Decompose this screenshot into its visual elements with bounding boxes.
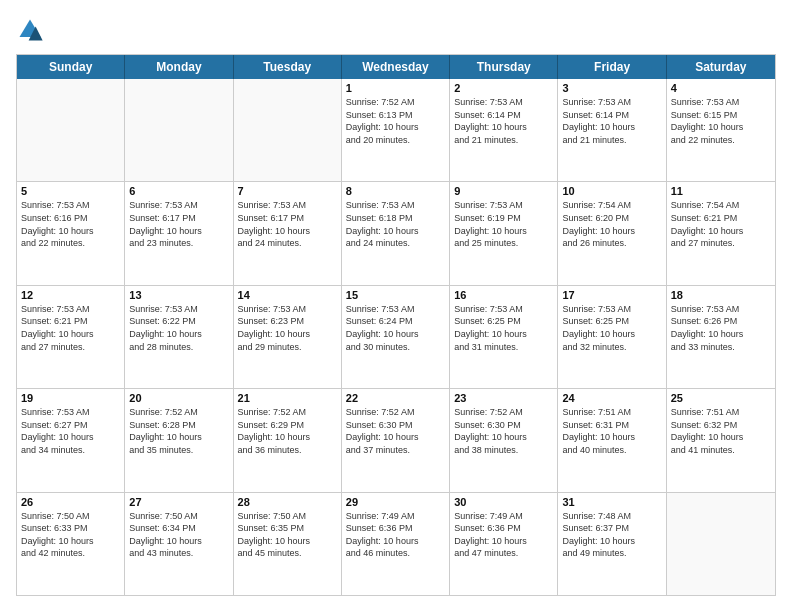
- cell-day-number: 10: [562, 185, 661, 197]
- day-header: Thursday: [450, 55, 558, 79]
- logo-icon: [16, 16, 44, 44]
- cell-day-number: 14: [238, 289, 337, 301]
- cell-info: Sunrise: 7:53 AM Sunset: 6:27 PM Dayligh…: [21, 406, 120, 456]
- cell-day-number: 5: [21, 185, 120, 197]
- day-headers: SundayMondayTuesdayWednesdayThursdayFrid…: [17, 55, 775, 79]
- day-header: Saturday: [667, 55, 775, 79]
- cell-day-number: 27: [129, 496, 228, 508]
- calendar-cell: 7Sunrise: 7:53 AM Sunset: 6:17 PM Daylig…: [234, 182, 342, 284]
- calendar-cell: 27Sunrise: 7:50 AM Sunset: 6:34 PM Dayli…: [125, 493, 233, 595]
- cell-info: Sunrise: 7:53 AM Sunset: 6:16 PM Dayligh…: [21, 199, 120, 249]
- cell-info: Sunrise: 7:53 AM Sunset: 6:24 PM Dayligh…: [346, 303, 445, 353]
- calendar: SundayMondayTuesdayWednesdayThursdayFrid…: [16, 54, 776, 596]
- cell-day-number: 20: [129, 392, 228, 404]
- cell-info: Sunrise: 7:53 AM Sunset: 6:25 PM Dayligh…: [454, 303, 553, 353]
- calendar-cell: 13Sunrise: 7:53 AM Sunset: 6:22 PM Dayli…: [125, 286, 233, 388]
- cell-day-number: 12: [21, 289, 120, 301]
- cell-day-number: 16: [454, 289, 553, 301]
- cell-info: Sunrise: 7:51 AM Sunset: 6:32 PM Dayligh…: [671, 406, 771, 456]
- cell-info: Sunrise: 7:52 AM Sunset: 6:30 PM Dayligh…: [454, 406, 553, 456]
- calendar-cell: 21Sunrise: 7:52 AM Sunset: 6:29 PM Dayli…: [234, 389, 342, 491]
- cell-day-number: 18: [671, 289, 771, 301]
- cell-day-number: 24: [562, 392, 661, 404]
- cell-info: Sunrise: 7:52 AM Sunset: 6:30 PM Dayligh…: [346, 406, 445, 456]
- cell-info: Sunrise: 7:52 AM Sunset: 6:29 PM Dayligh…: [238, 406, 337, 456]
- calendar-cell: 4Sunrise: 7:53 AM Sunset: 6:15 PM Daylig…: [667, 79, 775, 181]
- cell-day-number: 17: [562, 289, 661, 301]
- calendar-cell: 24Sunrise: 7:51 AM Sunset: 6:31 PM Dayli…: [558, 389, 666, 491]
- cell-day-number: 28: [238, 496, 337, 508]
- cell-day-number: 7: [238, 185, 337, 197]
- day-header: Wednesday: [342, 55, 450, 79]
- cell-info: Sunrise: 7:53 AM Sunset: 6:22 PM Dayligh…: [129, 303, 228, 353]
- cell-info: Sunrise: 7:53 AM Sunset: 6:14 PM Dayligh…: [454, 96, 553, 146]
- cell-day-number: 31: [562, 496, 661, 508]
- cell-day-number: 2: [454, 82, 553, 94]
- week-row: 5Sunrise: 7:53 AM Sunset: 6:16 PM Daylig…: [17, 181, 775, 284]
- calendar-cell: 15Sunrise: 7:53 AM Sunset: 6:24 PM Dayli…: [342, 286, 450, 388]
- calendar-cell: 8Sunrise: 7:53 AM Sunset: 6:18 PM Daylig…: [342, 182, 450, 284]
- cell-day-number: 9: [454, 185, 553, 197]
- calendar-cell: 3Sunrise: 7:53 AM Sunset: 6:14 PM Daylig…: [558, 79, 666, 181]
- calendar-cell: 19Sunrise: 7:53 AM Sunset: 6:27 PM Dayli…: [17, 389, 125, 491]
- day-header: Friday: [558, 55, 666, 79]
- cell-day-number: 4: [671, 82, 771, 94]
- cell-day-number: 26: [21, 496, 120, 508]
- calendar-cell: 25Sunrise: 7:51 AM Sunset: 6:32 PM Dayli…: [667, 389, 775, 491]
- cell-day-number: 29: [346, 496, 445, 508]
- cell-info: Sunrise: 7:53 AM Sunset: 6:14 PM Dayligh…: [562, 96, 661, 146]
- calendar-cell: 5Sunrise: 7:53 AM Sunset: 6:16 PM Daylig…: [17, 182, 125, 284]
- calendar-cell: 11Sunrise: 7:54 AM Sunset: 6:21 PM Dayli…: [667, 182, 775, 284]
- calendar-cell: 20Sunrise: 7:52 AM Sunset: 6:28 PM Dayli…: [125, 389, 233, 491]
- week-row: 26Sunrise: 7:50 AM Sunset: 6:33 PM Dayli…: [17, 492, 775, 595]
- week-row: 1Sunrise: 7:52 AM Sunset: 6:13 PM Daylig…: [17, 79, 775, 181]
- cell-day-number: 30: [454, 496, 553, 508]
- week-row: 19Sunrise: 7:53 AM Sunset: 6:27 PM Dayli…: [17, 388, 775, 491]
- cell-info: Sunrise: 7:49 AM Sunset: 6:36 PM Dayligh…: [346, 510, 445, 560]
- cell-info: Sunrise: 7:48 AM Sunset: 6:37 PM Dayligh…: [562, 510, 661, 560]
- calendar-cell: 2Sunrise: 7:53 AM Sunset: 6:14 PM Daylig…: [450, 79, 558, 181]
- cell-day-number: 1: [346, 82, 445, 94]
- calendar-cell: [125, 79, 233, 181]
- calendar-cell: 29Sunrise: 7:49 AM Sunset: 6:36 PM Dayli…: [342, 493, 450, 595]
- calendar-cell: 22Sunrise: 7:52 AM Sunset: 6:30 PM Dayli…: [342, 389, 450, 491]
- cell-day-number: 13: [129, 289, 228, 301]
- cell-info: Sunrise: 7:50 AM Sunset: 6:35 PM Dayligh…: [238, 510, 337, 560]
- cell-info: Sunrise: 7:50 AM Sunset: 6:33 PM Dayligh…: [21, 510, 120, 560]
- cell-day-number: 23: [454, 392, 553, 404]
- cell-info: Sunrise: 7:54 AM Sunset: 6:20 PM Dayligh…: [562, 199, 661, 249]
- page: SundayMondayTuesdayWednesdayThursdayFrid…: [0, 0, 792, 612]
- calendar-cell: 17Sunrise: 7:53 AM Sunset: 6:25 PM Dayli…: [558, 286, 666, 388]
- weeks: 1Sunrise: 7:52 AM Sunset: 6:13 PM Daylig…: [17, 79, 775, 595]
- calendar-cell: 26Sunrise: 7:50 AM Sunset: 6:33 PM Dayli…: [17, 493, 125, 595]
- cell-info: Sunrise: 7:54 AM Sunset: 6:21 PM Dayligh…: [671, 199, 771, 249]
- calendar-cell: 30Sunrise: 7:49 AM Sunset: 6:36 PM Dayli…: [450, 493, 558, 595]
- header: [16, 16, 776, 44]
- cell-day-number: 8: [346, 185, 445, 197]
- week-row: 12Sunrise: 7:53 AM Sunset: 6:21 PM Dayli…: [17, 285, 775, 388]
- cell-day-number: 21: [238, 392, 337, 404]
- cell-day-number: 25: [671, 392, 771, 404]
- logo: [16, 16, 48, 44]
- calendar-cell: 10Sunrise: 7:54 AM Sunset: 6:20 PM Dayli…: [558, 182, 666, 284]
- calendar-cell: [234, 79, 342, 181]
- calendar-cell: 6Sunrise: 7:53 AM Sunset: 6:17 PM Daylig…: [125, 182, 233, 284]
- calendar-cell: 14Sunrise: 7:53 AM Sunset: 6:23 PM Dayli…: [234, 286, 342, 388]
- calendar-cell: 9Sunrise: 7:53 AM Sunset: 6:19 PM Daylig…: [450, 182, 558, 284]
- calendar-cell: [17, 79, 125, 181]
- cell-info: Sunrise: 7:52 AM Sunset: 6:28 PM Dayligh…: [129, 406, 228, 456]
- cell-info: Sunrise: 7:51 AM Sunset: 6:31 PM Dayligh…: [562, 406, 661, 456]
- day-header: Sunday: [17, 55, 125, 79]
- cell-info: Sunrise: 7:53 AM Sunset: 6:23 PM Dayligh…: [238, 303, 337, 353]
- calendar-cell: 1Sunrise: 7:52 AM Sunset: 6:13 PM Daylig…: [342, 79, 450, 181]
- calendar-cell: 16Sunrise: 7:53 AM Sunset: 6:25 PM Dayli…: [450, 286, 558, 388]
- cell-info: Sunrise: 7:53 AM Sunset: 6:21 PM Dayligh…: [21, 303, 120, 353]
- day-header: Tuesday: [234, 55, 342, 79]
- calendar-cell: 31Sunrise: 7:48 AM Sunset: 6:37 PM Dayli…: [558, 493, 666, 595]
- calendar-cell: 12Sunrise: 7:53 AM Sunset: 6:21 PM Dayli…: [17, 286, 125, 388]
- cell-day-number: 19: [21, 392, 120, 404]
- cell-info: Sunrise: 7:52 AM Sunset: 6:13 PM Dayligh…: [346, 96, 445, 146]
- cell-info: Sunrise: 7:53 AM Sunset: 6:18 PM Dayligh…: [346, 199, 445, 249]
- calendar-cell: 28Sunrise: 7:50 AM Sunset: 6:35 PM Dayli…: [234, 493, 342, 595]
- cell-info: Sunrise: 7:50 AM Sunset: 6:34 PM Dayligh…: [129, 510, 228, 560]
